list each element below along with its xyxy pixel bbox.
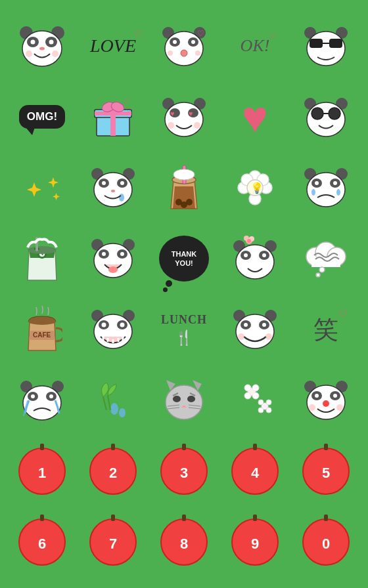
cell-heart: ♥: [219, 81, 290, 152]
svg-point-37: [165, 102, 203, 136]
svg-point-78: [315, 181, 319, 185]
svg-point-129: [244, 323, 248, 327]
svg-point-100: [236, 245, 274, 279]
svg-point-146: [166, 385, 202, 419]
cell-apple-4[interactable]: 4: [219, 436, 290, 507]
cell-panda-cool[interactable]: [290, 10, 361, 81]
svg-point-55: [102, 181, 106, 185]
cell-apple-7[interactable]: 7: [78, 507, 149, 578]
svg-point-122: [102, 323, 106, 327]
cell-ok-text: OK! ♡: [219, 10, 290, 81]
svg-point-79: [333, 181, 337, 185]
cell-apple-3[interactable]: 3: [149, 436, 219, 507]
svg-point-132: [265, 333, 272, 340]
svg-text:♥: ♥: [170, 110, 175, 117]
svg-point-115: [28, 318, 56, 325]
cell-panda-cry-hard[interactable]: [7, 365, 78, 436]
svg-point-96: [120, 252, 124, 256]
cell-flower-scatter: [219, 365, 290, 436]
cell-drops: [78, 365, 149, 436]
apple-num-1: 1: [38, 465, 46, 482]
cell-apple-1[interactable]: 1: [7, 436, 78, 507]
svg-point-113: [319, 267, 325, 272]
svg-point-179: [323, 400, 329, 407]
svg-point-123: [120, 323, 125, 327]
svg-point-131: [238, 333, 244, 340]
cell-omg-bubble: OMG!: [7, 81, 78, 152]
svg-line-143: [108, 396, 110, 410]
heart-icon: ♥: [242, 94, 268, 139]
cell-cafe-cup: CAFE: [7, 294, 78, 365]
svg-text:♡: ♡: [197, 29, 204, 38]
cell-panda-red-dot[interactable]: [290, 365, 361, 436]
ok-label: OK!: [241, 36, 270, 55]
svg-point-87: [28, 246, 57, 254]
svg-point-152: [187, 396, 195, 402]
cell-apple-5[interactable]: 5: [290, 436, 361, 507]
svg-point-43: [194, 122, 200, 129]
svg-point-168: [266, 408, 271, 413]
cell-lunch: LUNCH 🍴: [149, 294, 219, 365]
svg-point-42: [168, 122, 174, 129]
cell-apple-9[interactable]: 9: [219, 507, 290, 578]
apple-num-0: 0: [322, 536, 330, 553]
svg-line-142: [103, 397, 106, 410]
svg-point-23: [307, 32, 345, 66]
cell-apple-6[interactable]: 6: [7, 507, 78, 578]
cell-apple-0[interactable]: 0: [290, 507, 361, 578]
svg-point-7: [39, 47, 45, 51]
svg-text:♡: ♡: [123, 97, 130, 106]
apple-num-4: 4: [251, 465, 259, 482]
svg-point-103: [244, 253, 248, 257]
svg-point-95: [102, 252, 106, 256]
svg-text:♡: ♡: [126, 106, 131, 114]
svg-point-57: [111, 190, 115, 192]
cell-panda-kiss[interactable]: ♡: [149, 10, 219, 81]
svg-point-80: [311, 189, 315, 196]
svg-point-151: [173, 396, 181, 402]
cell-panda-grin[interactable]: [78, 294, 149, 365]
cell-bubble-tea: [149, 152, 219, 223]
cell-panda-tongue[interactable]: [78, 223, 149, 294]
svg-point-19: [195, 51, 200, 56]
cell-panda-cry[interactable]: [290, 152, 361, 223]
svg-point-166: [266, 400, 271, 405]
cell-apple-8[interactable]: 8: [149, 507, 219, 578]
cell-sparkles: [7, 152, 78, 223]
cell-cat-face: [149, 365, 219, 436]
cell-lightbulb: 💡: [219, 152, 290, 223]
svg-point-141: [119, 408, 126, 417]
svg-text:CAFE: CAFE: [33, 331, 51, 339]
svg-point-138: [31, 394, 35, 398]
cell-gift: ♡ ♡: [78, 81, 149, 152]
svg-point-62: [186, 199, 193, 205]
cell-kanji-laugh: 笑 ♡: [290, 294, 361, 365]
svg-point-5: [31, 40, 35, 45]
apple-num-9: 9: [251, 536, 259, 553]
lunch-label: LUNCH: [161, 313, 207, 327]
svg-point-48: [329, 108, 340, 119]
cell-scribble-bubble: [290, 223, 361, 294]
cell-starbucks-coffee: [7, 223, 78, 294]
svg-point-169: [263, 404, 267, 409]
svg-point-56: [120, 181, 124, 185]
thank-you-label: THANK YOU!: [159, 236, 209, 282]
svg-point-8: [26, 51, 32, 57]
cell-panda-sunglasses2[interactable]: [290, 81, 361, 152]
svg-point-17: [181, 50, 187, 56]
svg-point-16: [191, 40, 195, 44]
svg-point-6: [49, 40, 54, 45]
cell-panda-heart-eyes[interactable]: ♥ ♥: [149, 81, 219, 152]
svg-point-139: [49, 394, 53, 398]
utensils-icon: 🍴: [161, 329, 207, 346]
apple-num-5: 5: [322, 465, 330, 482]
cell-panda-smile[interactable]: [7, 10, 78, 81]
cell-panda-flower-head[interactable]: [219, 223, 290, 294]
svg-point-15: [173, 40, 177, 44]
svg-point-108: [247, 239, 251, 243]
svg-point-81: [336, 189, 340, 196]
cell-panda-drop[interactable]: [78, 152, 149, 223]
cell-apple-2[interactable]: 2: [78, 436, 149, 507]
svg-rect-24: [310, 39, 323, 48]
cell-panda-wide-smile[interactable]: [219, 294, 290, 365]
